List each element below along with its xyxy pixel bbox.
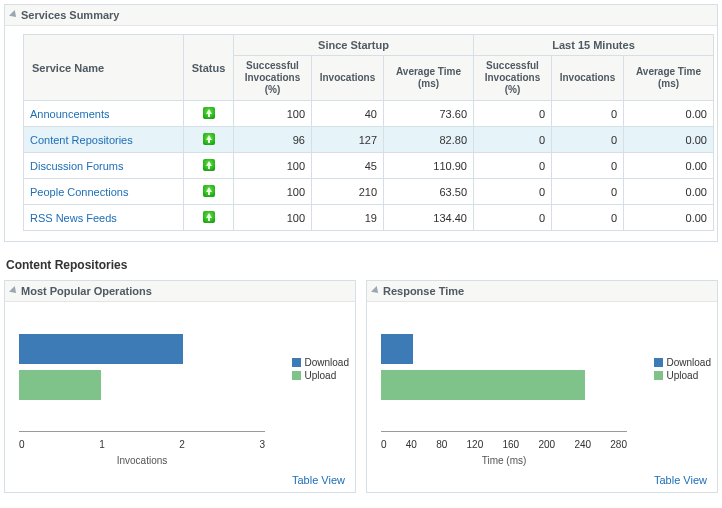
succ-startup-cell: 100	[234, 205, 312, 231]
bar-download	[381, 334, 413, 364]
service-name-cell[interactable]: Announcements	[24, 101, 184, 127]
inv-startup-cell: 19	[312, 205, 384, 231]
avg-startup-cell: 134.40	[384, 205, 474, 231]
status-cell	[184, 179, 234, 205]
service-name-cell[interactable]: People Connections	[24, 179, 184, 205]
table-row[interactable]: Announcements1004073.60000.00	[24, 101, 714, 127]
succ-last15-cell: 0	[474, 101, 552, 127]
services-summary-panel: Services Summary Service Name Status Sin…	[4, 4, 718, 242]
legend-download: Download	[305, 357, 349, 368]
table-row[interactable]: Discussion Forums10045110.90000.00	[24, 153, 714, 179]
avg-last15-cell: 0.00	[624, 205, 714, 231]
colgroup-since-startup[interactable]: Since Startup	[234, 35, 474, 56]
response-time-title: Response Time	[383, 285, 464, 297]
table-row[interactable]: Content Repositories9612782.80000.00	[24, 127, 714, 153]
succ-startup-cell: 96	[234, 127, 312, 153]
charts-row: Most Popular Operations 0123 Invocations…	[4, 280, 718, 493]
tick-label: 160	[503, 439, 520, 450]
avg-last15-cell: 0.00	[624, 179, 714, 205]
legend-swatch-download	[292, 358, 301, 367]
col-succ-last15[interactable]: Successful Invocations (%)	[474, 56, 552, 101]
status-up-icon	[203, 185, 215, 197]
avg-startup-cell: 63.50	[384, 179, 474, 205]
avg-last15-cell: 0.00	[624, 127, 714, 153]
tick-label: 3	[259, 439, 265, 450]
legend-swatch-upload	[292, 371, 301, 380]
tick-label: 0	[19, 439, 25, 450]
col-succ-startup[interactable]: Successful Invocations (%)	[234, 56, 312, 101]
services-table: Service Name Status Since Startup Last 1…	[23, 34, 714, 231]
status-up-icon	[203, 211, 215, 223]
status-cell	[184, 101, 234, 127]
popular-operations-chart: 0123 Invocations Download Upload	[5, 302, 355, 472]
popular-operations-header[interactable]: Most Popular Operations	[5, 281, 355, 302]
response-time-panel: Response Time 04080120160200240280 Time …	[366, 280, 718, 493]
inv-startup-cell: 45	[312, 153, 384, 179]
succ-startup-cell: 100	[234, 179, 312, 205]
avg-last15-cell: 0.00	[624, 101, 714, 127]
succ-last15-cell: 0	[474, 153, 552, 179]
col-status[interactable]: Status	[184, 35, 234, 101]
tick-label: 240	[574, 439, 591, 450]
table-row[interactable]: People Connections10021063.50000.00	[24, 179, 714, 205]
popular-operations-title: Most Popular Operations	[21, 285, 152, 297]
tick-label: 1	[99, 439, 105, 450]
bar-upload	[19, 370, 101, 400]
col-avg-last15[interactable]: Average Time (ms)	[624, 56, 714, 101]
service-name-cell[interactable]: RSS News Feeds	[24, 205, 184, 231]
legend-upload: Upload	[305, 370, 337, 381]
table-row[interactable]: RSS News Feeds10019134.40000.00	[24, 205, 714, 231]
service-name-cell[interactable]: Content Repositories	[24, 127, 184, 153]
tick-label: 80	[436, 439, 447, 450]
col-inv-last15[interactable]: Invocations	[552, 56, 624, 101]
response-time-header[interactable]: Response Time	[367, 281, 717, 302]
avg-last15-cell: 0.00	[624, 153, 714, 179]
legend-swatch-download	[654, 358, 663, 367]
disclosure-triangle-icon[interactable]	[9, 286, 19, 296]
succ-startup-cell: 100	[234, 153, 312, 179]
inv-last15-cell: 0	[552, 101, 624, 127]
inv-startup-cell: 127	[312, 127, 384, 153]
detail-section-title: Content Repositories	[4, 252, 718, 280]
succ-last15-cell: 0	[474, 127, 552, 153]
legend-swatch-upload	[654, 371, 663, 380]
tick-label: 120	[467, 439, 484, 450]
colgroup-last-15[interactable]: Last 15 Minutes	[474, 35, 714, 56]
chart-legend: Download Upload	[292, 357, 349, 383]
status-cell	[184, 205, 234, 231]
inv-last15-cell: 0	[552, 153, 624, 179]
inv-last15-cell: 0	[552, 205, 624, 231]
col-service-name[interactable]: Service Name	[24, 35, 184, 101]
legend-upload: Upload	[667, 370, 699, 381]
col-avg-startup[interactable]: Average Time (ms)	[384, 56, 474, 101]
succ-last15-cell: 0	[474, 179, 552, 205]
xlabel: Invocations	[19, 455, 265, 466]
tick-label: 280	[610, 439, 627, 450]
services-summary-header[interactable]: Services Summary	[5, 5, 717, 26]
col-inv-startup[interactable]: Invocations	[312, 56, 384, 101]
succ-startup-cell: 100	[234, 101, 312, 127]
xlabel: Time (ms)	[381, 455, 627, 466]
status-up-icon	[203, 133, 215, 145]
tick-label: 40	[406, 439, 417, 450]
succ-last15-cell: 0	[474, 205, 552, 231]
status-up-icon	[203, 159, 215, 171]
services-summary-title: Services Summary	[21, 9, 119, 21]
table-view-link[interactable]: Table View	[367, 472, 717, 492]
bar-download	[19, 334, 183, 364]
tick-label: 0	[381, 439, 387, 450]
response-time-chart: 04080120160200240280 Time (ms) Download …	[367, 302, 717, 472]
tick-label: 200	[538, 439, 555, 450]
inv-startup-cell: 40	[312, 101, 384, 127]
legend-download: Download	[667, 357, 711, 368]
tick-label: 2	[179, 439, 185, 450]
avg-startup-cell: 82.80	[384, 127, 474, 153]
disclosure-triangle-icon[interactable]	[371, 286, 381, 296]
disclosure-triangle-icon[interactable]	[9, 10, 19, 20]
table-view-link[interactable]: Table View	[5, 472, 355, 492]
chart-legend: Download Upload	[654, 357, 711, 383]
inv-startup-cell: 210	[312, 179, 384, 205]
inv-last15-cell: 0	[552, 127, 624, 153]
avg-startup-cell: 110.90	[384, 153, 474, 179]
service-name-cell[interactable]: Discussion Forums	[24, 153, 184, 179]
